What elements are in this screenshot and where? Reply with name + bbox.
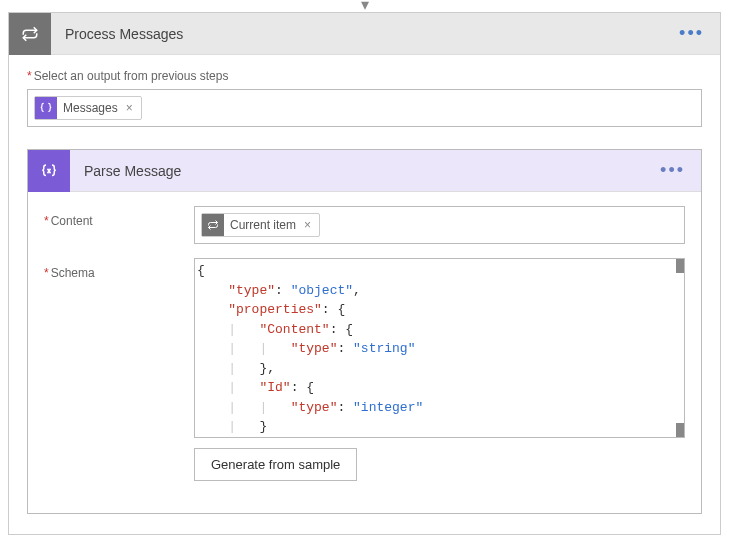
dynamic-content-icon [35, 97, 57, 119]
parse-message-body: *Content [28, 192, 701, 513]
process-messages-body: *Select an output from previous steps Me… [9, 55, 720, 534]
content-label: *Content [44, 206, 194, 228]
parse-json-icon [28, 150, 70, 192]
output-select-label: *Select an output from previous steps [27, 69, 702, 83]
card-title: Process Messages [51, 26, 663, 42]
loop-icon [9, 13, 51, 55]
flow-arrow-down-icon: ▾ [0, 0, 729, 12]
inner-card-menu-button[interactable]: ••• [644, 160, 701, 181]
parse-message-card: Parse Message ••• *Content [27, 149, 702, 514]
token-label: Current item [230, 218, 296, 232]
loop-item-icon [202, 214, 224, 236]
schema-textarea[interactable]: { "type": "object", "properties": { | "C… [194, 258, 685, 438]
output-select-input[interactable]: Messages × [27, 89, 702, 127]
card-menu-button[interactable]: ••• [663, 23, 720, 44]
process-messages-card: Process Messages ••• *Select an output f… [8, 12, 721, 535]
inner-card-title: Parse Message [70, 163, 644, 179]
generate-from-sample-button[interactable]: Generate from sample [194, 448, 357, 481]
schema-label: *Schema [44, 258, 194, 280]
remove-token-icon[interactable]: × [126, 101, 133, 115]
current-item-token[interactable]: Current item × [201, 213, 320, 237]
messages-token[interactable]: Messages × [34, 96, 142, 120]
token-label: Messages [63, 101, 118, 115]
content-input[interactable]: Current item × [194, 206, 685, 244]
process-messages-header[interactable]: Process Messages ••• [9, 13, 720, 55]
remove-token-icon[interactable]: × [304, 218, 311, 232]
parse-message-header[interactable]: Parse Message ••• [28, 150, 701, 192]
